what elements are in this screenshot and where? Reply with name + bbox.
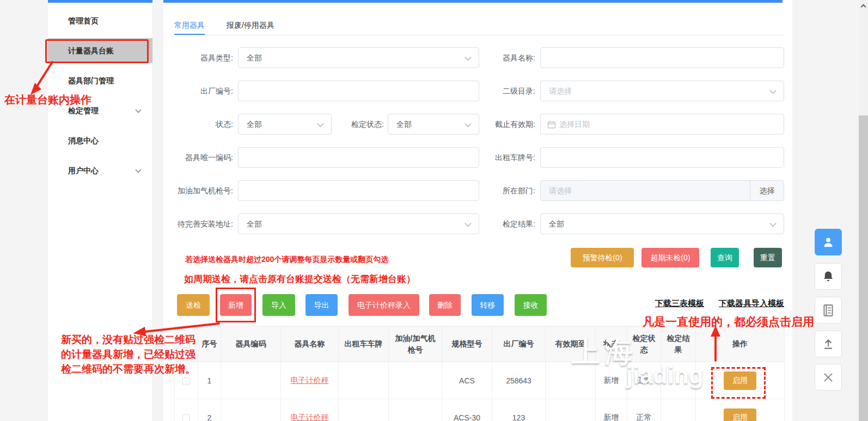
cell-factory: 258643	[492, 362, 546, 399]
user-icon	[821, 235, 835, 249]
cell-gun	[389, 399, 442, 421]
cell-verify-result	[661, 399, 696, 421]
annotation-box-sidebar-item	[45, 39, 149, 63]
cell-seq: 1	[198, 362, 221, 399]
verify-result-value: 全部	[541, 214, 564, 234]
cell-verify-result	[661, 362, 696, 399]
chevron-down-icon	[135, 167, 141, 173]
instrument-type-select[interactable]: 全部	[238, 47, 479, 68]
tab-common-instruments[interactable]: 常用器具	[174, 21, 205, 30]
cell-model: ACS-30	[442, 399, 492, 421]
secondary-catalog-select[interactable]: 请选择	[540, 81, 784, 101]
sidebar-item-label: 检定管理	[68, 106, 99, 115]
delete-button[interactable]: 删除	[429, 294, 461, 316]
col-status: 状态	[596, 326, 627, 362]
cell-seq: 2	[198, 399, 221, 421]
valid-until-label: 截止有效期:	[468, 114, 535, 135]
transfer-button[interactable]: 转移	[472, 294, 504, 316]
tab-scrapped-instruments[interactable]: 报废/停用器具	[227, 21, 274, 30]
instrument-name-link[interactable]: 电子计价秤	[291, 376, 329, 385]
valid-until-datepicker[interactable]: 选择日期	[540, 114, 784, 135]
gun-no-input[interactable]	[238, 180, 479, 201]
overdue-unverified-button[interactable]: 超期未检(0)	[641, 248, 699, 267]
scroll-up-icon[interactable]	[861, 4, 866, 10]
notice-periodic-verification: 如周期送检，请点击原有台账提交送检（无需新增台账）	[184, 273, 415, 285]
status-select[interactable]: 全部	[238, 114, 332, 135]
warning-pending-button[interactable]: 预警待检(0)	[571, 248, 634, 267]
close-panel-button[interactable]	[815, 364, 842, 391]
cell-code	[221, 399, 281, 421]
sidebar-item-department-mgmt[interactable]: 器具部门管理	[48, 68, 152, 93]
col-factory-no: 出厂编号	[492, 326, 546, 362]
enable-button[interactable]: 启用	[724, 408, 756, 421]
download-instrument-import-template-link[interactable]: 下载器具导入模板	[719, 298, 784, 309]
taxi-plate-label: 出租车牌号:	[468, 147, 535, 168]
unique-code-input[interactable]	[238, 147, 479, 168]
row-checkbox[interactable]	[182, 377, 190, 385]
send-inspection-button[interactable]: 送检	[177, 294, 210, 316]
gun-no-label: 加油加气机枪号:	[163, 180, 233, 201]
chevron-down-icon	[769, 220, 777, 227]
department-field[interactable]: 请选择选择	[540, 180, 784, 201]
notification-button[interactable]	[815, 263, 842, 290]
cell-model: ACS	[442, 362, 492, 399]
pending-address-select[interactable]: 全部	[238, 213, 479, 234]
factory-no-input[interactable]	[238, 81, 479, 101]
upload-button[interactable]	[815, 331, 842, 357]
row-checkbox[interactable]	[182, 414, 190, 421]
status-value: 全部	[239, 114, 262, 134]
col-model: 规格型号	[442, 326, 492, 362]
user-panel-button[interactable]	[815, 229, 842, 255]
chevron-down-icon	[317, 120, 324, 127]
annotation-sidebar-note: 在计量台账内操作	[4, 93, 91, 107]
verify-result-label: 检定结果:	[468, 213, 535, 234]
cell-verify-status: 正常	[627, 399, 661, 421]
sidebar-item-home[interactable]: 管理首页	[48, 8, 152, 33]
document-panel-button[interactable]	[815, 297, 842, 324]
query-button[interactable]: 查询	[711, 248, 739, 267]
import-button[interactable]: 导入	[262, 294, 295, 316]
col-verify-status: 检定状态	[627, 326, 661, 362]
notice-200-limit: 若选择送检器具时超过200个请调整每页显示数量或翻页勾选	[185, 255, 388, 265]
taxi-plate-input[interactable]	[540, 147, 784, 168]
table-row: 2 电子计价秤 ACS-30 123 新增 正常 启用	[175, 399, 785, 421]
cell-status: 新增	[596, 399, 627, 421]
cell-valid	[546, 362, 596, 399]
sidebar-item-message-center[interactable]: 消息中心	[48, 128, 152, 153]
cell-taxi	[339, 399, 389, 421]
verify-status-select[interactable]: 全部	[388, 114, 479, 135]
pending-address-label: 待完善安装地址:	[163, 213, 233, 234]
cell-code	[221, 362, 281, 399]
annotation-arrow-enable	[709, 326, 722, 363]
export-button[interactable]: 导出	[305, 294, 338, 316]
instrument-name-link[interactable]: 电子计价秤	[291, 413, 329, 421]
col-taxi-plate: 出租车车牌	[339, 326, 389, 362]
scrollbar-thumb[interactable]	[859, 115, 868, 421]
factory-no-label: 出厂编号:	[163, 81, 233, 101]
annotation-add-note: 新买的，没有贴过强检二维码 的计量器具新增，已经贴过强 检二维码的不需要再次新增…	[61, 332, 195, 376]
verify-result-select[interactable]: 全部	[540, 213, 784, 234]
col-valid-until: 有效期至	[546, 326, 596, 362]
instrument-name-input[interactable]	[540, 47, 784, 68]
price-scale-entry-button[interactable]: 电子计价秤录入	[349, 294, 419, 316]
tab-divider	[174, 35, 784, 35]
page-scrollbar[interactable]	[859, 0, 868, 421]
verify-status-value: 全部	[388, 114, 412, 134]
upload-icon	[821, 337, 836, 352]
download-three-table-template-link[interactable]: 下载三表模板	[655, 298, 704, 309]
main-panel: 常用器具 报废/停用器具 器具类型: 全部 器具名称: 出厂编号: 二级目录: …	[163, 0, 792, 421]
chevron-down-icon	[769, 87, 777, 94]
chevron-down-icon	[135, 107, 141, 113]
receive-button[interactable]: 接收	[515, 294, 547, 316]
cell-factory: 123	[492, 399, 546, 421]
cell-verify-status: 正常	[627, 362, 661, 399]
app-root: 管理首页 计量器具台账 器具部门管理 检定管理 消息中心 用户中心 常用器具 报…	[0, 0, 868, 421]
unique-code-label: 器具唯一编码:	[163, 147, 233, 168]
sidebar-item-user-center[interactable]: 用户中心	[48, 158, 152, 183]
department-select-button[interactable]: 选择	[750, 181, 784, 200]
instrument-type-label: 器具类型:	[163, 47, 233, 68]
table-row: 1 电子计价秤 ACS 258643 新增 正常 启用	[175, 362, 785, 399]
reset-button[interactable]: 重置	[754, 248, 782, 267]
col-name: 器具名称	[281, 326, 339, 362]
sidebar-top-accent-bar	[48, 0, 152, 3]
